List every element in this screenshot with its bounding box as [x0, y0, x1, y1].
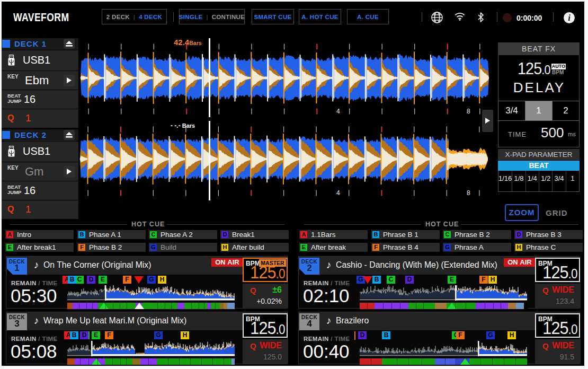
- svg-text:4: 4: [336, 108, 340, 115]
- svg-text:8: 8: [467, 190, 470, 196]
- svg-text:4: 4: [336, 190, 340, 196]
- svg-text:8: 8: [467, 108, 470, 115]
